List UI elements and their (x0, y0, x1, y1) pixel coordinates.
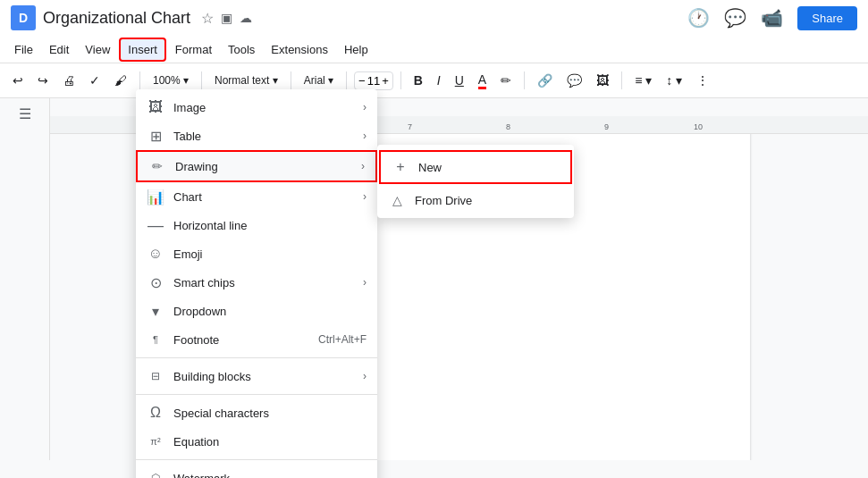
doc-icon: D (11, 5, 36, 30)
menu-extensions[interactable]: Extensions (264, 39, 335, 60)
top-bar: D Organizational Chart ☆ ▣ ☁ 🕐 💬 📹 Share… (0, 0, 868, 98)
image-arrow: › (363, 101, 367, 113)
chart-menu-icon: 📊 (147, 188, 164, 205)
drawing-submenu: + New △ From Drive (377, 145, 574, 218)
ruler-mark-10: 10 (694, 122, 703, 131)
insert-table-item[interactable]: ⊞ Table › (136, 122, 377, 150)
menu-view[interactable]: View (78, 39, 117, 60)
history-icon[interactable]: 🕐 (687, 7, 710, 29)
redo-button[interactable]: ↪ (32, 70, 54, 91)
dropdown-menu-icon: ▾ (147, 302, 164, 320)
smart-chips-arrow: › (363, 276, 367, 289)
equation-menu-icon: π² (147, 432, 164, 450)
toolbar-separator-2 (201, 71, 202, 89)
paint-format-button[interactable]: 🖌 (109, 70, 132, 91)
decrease-font[interactable]: − (358, 74, 366, 88)
smart-chips-menu-icon: ⊙ (147, 273, 164, 291)
font-size-value[interactable]: 11 (367, 74, 380, 88)
insert-emoji-item[interactable]: ☺ Emoji (136, 239, 377, 268)
underline-button[interactable]: U (450, 70, 469, 91)
drawing-menu-icon: ✏ (148, 157, 166, 175)
insert-footnote-item[interactable]: ¶ Footnote Ctrl+Alt+F (136, 325, 377, 354)
menu-insert[interactable]: Insert (119, 38, 166, 62)
main-area: ☰ 5 6 7 8 9 10 🖼 Image › ⊞ Tab (0, 98, 868, 460)
emoji-label: Emoji (173, 247, 367, 261)
video-icon[interactable]: 📹 (761, 7, 783, 29)
ruler-mark-8: 8 (506, 122, 510, 131)
insert-hline-item[interactable]: — Horizontal line (136, 211, 377, 239)
equation-label: Equation (173, 435, 367, 449)
image-label: Image (173, 101, 354, 114)
toolbar-separator-5 (400, 71, 401, 89)
line-spacing-button[interactable]: ↕ ▾ (661, 70, 687, 91)
menu-bar: File Edit View Insert Format Tools Exten… (0, 36, 868, 63)
drawing-arrow: › (361, 160, 365, 172)
footnote-shortcut: Ctrl+Alt+F (318, 333, 367, 346)
divider-1 (136, 357, 377, 358)
title-bar: D Organizational Chart ☆ ▣ ☁ 🕐 💬 📹 Share (0, 0, 868, 36)
share-button[interactable]: Share (797, 6, 857, 30)
toolbar-separator-7 (621, 71, 622, 89)
drawing-new-icon: + (392, 159, 409, 175)
menu-help[interactable]: Help (337, 39, 375, 60)
more-button[interactable]: ⋮ (691, 70, 714, 91)
menu-format[interactable]: Format (168, 39, 219, 60)
table-arrow: › (363, 130, 367, 142)
star-icon[interactable]: ☆ (201, 10, 214, 27)
insert-dropdown-item[interactable]: ▾ Dropdown (136, 297, 377, 325)
hline-menu-icon: — (147, 216, 164, 234)
toolbar-separator-3 (291, 71, 291, 89)
menu-file[interactable]: File (7, 39, 40, 60)
chart-arrow: › (363, 190, 367, 203)
doc-title: Organizational Chart (43, 9, 190, 28)
menu-tools[interactable]: Tools (221, 39, 262, 60)
normal-text-button[interactable]: Normal text ▾ (209, 71, 283, 90)
toolbar-separator-4 (346, 71, 347, 89)
outline-button[interactable]: ☰ (19, 105, 31, 122)
smart-chips-label: Smart chips (173, 276, 354, 289)
increase-font[interactable]: + (382, 74, 389, 88)
font-color-button[interactable]: A (473, 69, 492, 93)
highlight-button[interactable]: ✏ (495, 70, 517, 91)
insert-smart-chips-item[interactable]: ⊙ Smart chips › (136, 268, 377, 297)
insert-chart-item[interactable]: 📊 Chart › (136, 182, 377, 211)
image-menu-icon: 🖼 (147, 98, 164, 116)
undo-button[interactable]: ↩ (7, 70, 29, 91)
toolbar-separator-6 (524, 71, 525, 89)
drive-icon[interactable]: ▣ (221, 11, 232, 25)
insert-special-chars-item[interactable]: Ω Special characters (136, 398, 377, 427)
special-chars-label: Special characters (173, 407, 367, 420)
chart-label: Chart (173, 190, 354, 204)
image-button[interactable]: 🖼 (591, 70, 614, 91)
link-button[interactable]: 🔗 (532, 70, 558, 91)
italic-button[interactable]: I (432, 70, 446, 91)
menu-edit[interactable]: Edit (42, 39, 76, 60)
align-button[interactable]: ≡ ▾ (629, 70, 657, 91)
drawing-drive-item[interactable]: △ From Drive (377, 186, 574, 214)
insert-image-item[interactable]: 🖼 Image › (136, 98, 377, 122)
ruler-mark-7: 7 (408, 122, 412, 131)
comment-icon[interactable]: 💬 (724, 7, 746, 29)
divider-3 (136, 459, 377, 460)
drawing-drive-icon: △ (388, 193, 406, 207)
print-button[interactable]: 🖨 (57, 70, 80, 91)
drawing-new-item[interactable]: + New (379, 150, 572, 184)
zoom-button[interactable]: 100% ▾ (147, 71, 194, 90)
hline-label: Horizontal line (173, 219, 367, 232)
comment-button[interactable]: 💬 (561, 70, 587, 91)
insert-equation-item[interactable]: π² Equation (136, 427, 377, 456)
font-family-button[interactable]: Arial ▾ (299, 71, 339, 90)
insert-building-blocks-item[interactable]: ⊟ Building blocks › (136, 362, 377, 390)
insert-drawing-item[interactable]: ✏ Drawing › (136, 150, 377, 182)
divider-2 (136, 394, 377, 395)
left-sidebar: ☰ (0, 98, 50, 460)
toolbar: ↩ ↪ 🖨 ✓ 🖌 100% ▾ Normal text ▾ Arial ▾ −… (0, 63, 868, 98)
building-blocks-menu-icon: ⊟ (147, 367, 164, 385)
ruler-mark-9: 9 (604, 122, 609, 131)
cloud-icon[interactable]: ☁ (240, 11, 252, 25)
drawing-label: Drawing (175, 160, 352, 173)
font-size-control[interactable]: − 11 + (354, 71, 393, 90)
spell-check-button[interactable]: ✓ (84, 70, 105, 91)
toolbar-separator-1 (139, 71, 140, 89)
bold-button[interactable]: B (409, 70, 428, 91)
